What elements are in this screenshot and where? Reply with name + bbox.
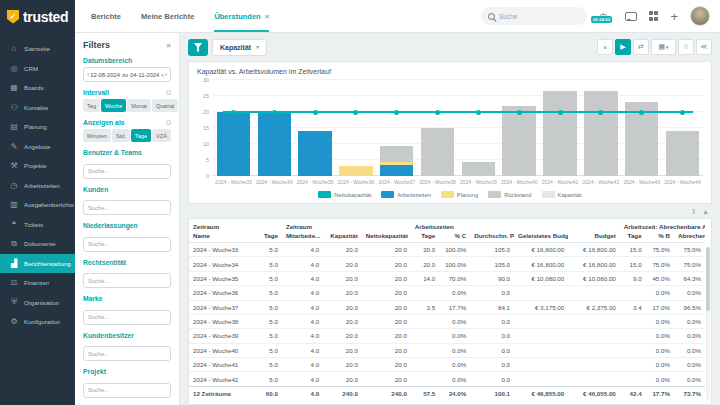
bar-2024-woche41[interactable] (543, 91, 576, 176)
option-tag[interactable]: Tag (83, 99, 100, 112)
chat-icon[interactable] (625, 12, 637, 21)
search-input[interactable] (83, 383, 171, 398)
search-icon (488, 13, 495, 20)
column-header[interactable]: % C (439, 230, 470, 243)
sidebar-item-planung[interactable]: ▤Planung (0, 117, 75, 137)
table-row[interactable]: 2024 - Woche385.04.020.020.00.0%0.00.0%0… (189, 314, 705, 328)
option-vzä[interactable]: VZÄ (152, 129, 171, 142)
column-header[interactable]: Tage (620, 230, 646, 243)
sidebar-item-konfiguration[interactable]: ⚙Konfiguration (0, 312, 75, 332)
global-search[interactable] (481, 7, 587, 25)
column-header[interactable]: Kapazität (323, 230, 362, 243)
sidebar-item-organisation[interactable]: ⛨Organisation (0, 293, 75, 313)
sidebar-item-startseite[interactable]: ⌂Startseite (0, 39, 75, 59)
line-marker (313, 110, 318, 115)
bar-2024-woche35[interactable] (298, 131, 331, 176)
close-button[interactable]: × (597, 39, 613, 55)
table-row[interactable]: 2024 - Woche375.04.020.020.03.517.7%84.1… (189, 300, 705, 314)
search-input[interactable] (83, 237, 171, 252)
bar-2024-woche36[interactable] (339, 166, 372, 176)
table-scrollbar[interactable] (706, 247, 710, 400)
column-header[interactable]: Abrechen... (674, 230, 705, 243)
search-input[interactable] (83, 164, 171, 179)
column-header[interactable]: Tage (256, 230, 282, 243)
avatar[interactable] (690, 6, 710, 26)
timer-button[interactable]: ◷ 02:34:52 (599, 6, 613, 26)
refresh-button[interactable]: ⇄ (633, 39, 649, 55)
cell-name: 2024 - Woche39 (189, 329, 256, 343)
filters-close-icon[interactable]: × (166, 41, 171, 50)
column-header[interactable]: Geleistetes Budget (514, 230, 568, 243)
column-header[interactable]: Nettokapazität (362, 230, 411, 243)
date-range-control[interactable]: ‹ 12-08-2024 zu 04-11-2024 ▾ › (83, 67, 171, 82)
column-header[interactable]: Tage (411, 230, 439, 243)
bar-2024-woche38[interactable] (421, 128, 454, 176)
table-row[interactable]: 2024 - Woche405.04.020.020.00.0%0.00.0%0… (189, 343, 705, 357)
option-minuten[interactable]: Minuten (83, 129, 111, 142)
chart-type-button[interactable]: ▦▾ (651, 39, 676, 55)
filter-section-benutzer-teams: Benutzer & Teams (83, 149, 171, 179)
radio-circle-icon[interactable] (166, 120, 171, 125)
search-input[interactable] (83, 310, 171, 325)
table-row[interactable]: 2024 - Woche335.04.020.020.020.0100.0%10… (189, 243, 705, 257)
table-row[interactable]: 2024 - Woche395.04.020.020.00.0%0.00.0%0… (189, 329, 705, 343)
column-header[interactable]: Name (189, 230, 256, 243)
radio-circle-icon[interactable] (166, 90, 171, 95)
metric-select[interactable]: Kapazität ▾ (212, 39, 267, 56)
table-row[interactable]: 2024 - Woche415.04.020.020.00.0%0.00.0%0… (189, 358, 705, 372)
sidebar-item-angebote[interactable]: ✎Angebote (0, 137, 75, 157)
export-icon[interactable]: ▲ (702, 208, 709, 215)
sidebar-item-finanzen[interactable]: ⚖Finanzen (0, 273, 75, 293)
bar-2024-woche39[interactable] (462, 162, 495, 176)
berichterstattung-icon: ▟ (9, 259, 19, 268)
column-header[interactable]: Durchschn. Pr... (470, 230, 514, 243)
sidebar-item-crm[interactable]: ◎CRM (0, 59, 75, 79)
bar-2024-woche37[interactable] (380, 146, 413, 176)
sidebar-item-kontakte[interactable]: ⚇Kontakte (0, 98, 75, 118)
filter-toggle-button[interactable] (188, 39, 208, 56)
option-monat[interactable]: Monat (127, 99, 151, 112)
apps-grid-icon[interactable] (649, 11, 659, 21)
sidebar-item-tickets[interactable]: ❝Tickets (0, 215, 75, 235)
option-woche[interactable]: Woche (101, 99, 126, 112)
tab-überstunden[interactable]: Überstunden× (214, 0, 269, 32)
search-input[interactable] (83, 273, 171, 288)
option-tage[interactable]: Tage (131, 129, 151, 142)
column-header[interactable]: % B (646, 230, 674, 243)
bar-2024-woche42[interactable] (584, 91, 617, 176)
sidebar-item-berichterstattung[interactable]: ▟Berichterstattung (0, 254, 75, 274)
search-input[interactable] (83, 346, 171, 361)
scrollbar-thumb[interactable] (706, 247, 710, 311)
bar-2024-woche34[interactable] (258, 112, 291, 176)
sidebar-item-arbeitszeiten[interactable]: ◷Arbeitszeiten (0, 176, 75, 196)
option-quartal[interactable]: Quartal (152, 99, 178, 112)
sidebar-item-ausgabenberichte[interactable]: ▥Ausgabenberichte (0, 195, 75, 215)
brand-logo[interactable]: ✓ trusted (0, 0, 75, 33)
table-row[interactable]: 2024 - Woche365.04.020.020.00.0%0.00.0%0… (189, 286, 705, 300)
columns-icon[interactable]: ‖ (692, 208, 695, 215)
favorite-button[interactable]: ☆ (678, 39, 694, 55)
tab-berichte[interactable]: Berichte (91, 0, 121, 32)
bar-2024-woche40[interactable] (502, 106, 535, 176)
add-icon[interactable]: + (670, 10, 678, 23)
column-header[interactable]: Budget (568, 230, 620, 243)
tab-meine-berichte[interactable]: Meine Berichte (141, 0, 194, 32)
table-row[interactable]: 2024 - Woche355.04.020.020.014.070.0%90.… (189, 271, 705, 285)
option-std[interactable]: Std. (112, 129, 130, 142)
cell-value (568, 329, 620, 343)
next-period-icon[interactable]: › (165, 71, 167, 78)
bar-2024-woche33[interactable] (217, 112, 250, 176)
search-input[interactable] (499, 13, 571, 20)
bar-2024-woche44[interactable] (666, 131, 699, 176)
play-button[interactable]: ▶ (615, 39, 631, 55)
sidebar-item-dokumente[interactable]: ⧉Dokumente (0, 234, 75, 254)
tab-close-icon[interactable]: × (265, 12, 270, 21)
table-row[interactable]: 2024 - Woche425.04.020.020.00.0%0.00.0%0… (189, 372, 705, 386)
prev-period-icon[interactable]: ‹ (87, 71, 89, 78)
table-row[interactable]: 2024 - Woche345.04.020.020.020.0100.0%10… (189, 257, 705, 271)
search-input[interactable] (83, 200, 171, 215)
share-button[interactable]: ≪ (696, 39, 712, 55)
sidebar-item-boards[interactable]: ▦Boards (0, 78, 75, 98)
sidebar-item-projekte[interactable]: ⚒Projekte (0, 156, 75, 176)
column-header[interactable]: Mitarbeite... (282, 230, 323, 243)
